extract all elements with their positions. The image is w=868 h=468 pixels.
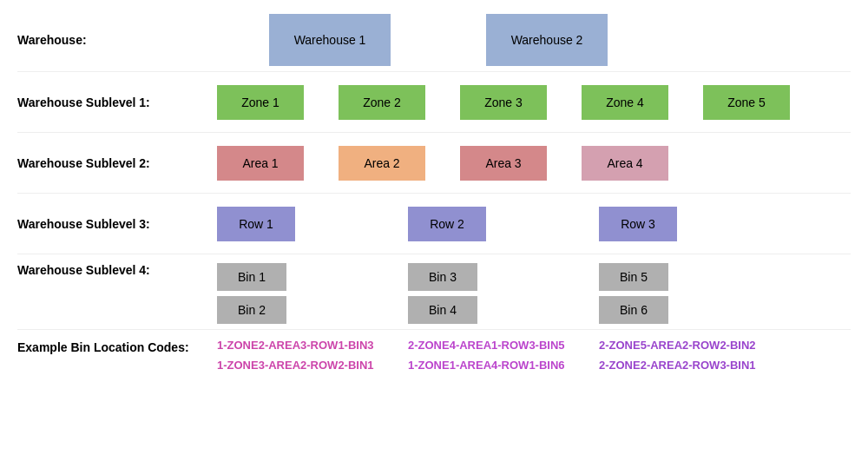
row-chip-2[interactable]: Row 2: [408, 207, 486, 241]
area-chip-4[interactable]: Area 4: [582, 146, 668, 181]
bin-chip-6[interactable]: Bin 6: [599, 296, 668, 324]
sublevel4-label: Warehouse Sublevel 4:: [17, 263, 191, 277]
sublevel2-content: Area 1 Area 2 Area 3 Area 4: [191, 146, 851, 181]
code-1-1: 1-ZONE2-AREA3-ROW1-BIN3: [217, 339, 408, 352]
bin-chip-3[interactable]: Bin 3: [408, 263, 477, 291]
sublevel3-label: Warehouse Sublevel 3:: [17, 217, 191, 231]
sublevel1-row: Warehouse Sublevel 1: Zone 1 Zone 2 Zone…: [17, 71, 851, 132]
bin-chip-4[interactable]: Bin 4: [408, 296, 477, 324]
sublevel3-row: Warehouse Sublevel 3: Row 1 Row 2 Row 3: [17, 193, 851, 254]
sublevel1-content: Zone 1 Zone 2 Zone 3 Zone 4 Zone 5: [191, 85, 851, 120]
zone-chip-2[interactable]: Zone 2: [339, 85, 425, 120]
code-1-2: 1-ZONE3-AREA2-ROW2-BIN1: [217, 359, 408, 372]
examples-content: 1-ZONE2-AREA3-ROW1-BIN3 1-ZONE3-AREA2-RO…: [191, 339, 851, 372]
code-column-1: 1-ZONE2-AREA3-ROW1-BIN3 1-ZONE3-AREA2-RO…: [217, 339, 408, 372]
area-chip-1[interactable]: Area 1: [217, 146, 304, 181]
sublevel4-content: Bin 1 Bin 2 Bin 3 Bin 4 Bin 5 Bin 6: [191, 263, 851, 324]
bin-chip-1[interactable]: Bin 1: [217, 263, 286, 291]
zone-chip-1[interactable]: Zone 1: [217, 85, 304, 120]
sublevel3-content: Row 1 Row 2 Row 3: [191, 207, 851, 241]
warehouse-row: Warehouse: Warehouse 1 Warehouse 2: [17, 9, 851, 71]
zone-chip-5[interactable]: Zone 5: [703, 85, 790, 120]
main-page: Warehouse: Warehouse 1 Warehouse 2 Wareh…: [0, 0, 868, 468]
sublevel4-row: Warehouse Sublevel 4: Bin 1 Bin 2 Bin 3 …: [17, 254, 851, 329]
row-chip-1[interactable]: Row 1: [217, 207, 295, 241]
area-chip-3[interactable]: Area 3: [460, 146, 547, 181]
warehouse-chip-1[interactable]: Warehouse 1: [269, 14, 391, 66]
code-2-2: 1-ZONE1-AREA4-ROW1-BIN6: [408, 359, 599, 372]
examples-label: Example Bin Location Codes:: [17, 339, 191, 354]
bin-chip-5[interactable]: Bin 5: [599, 263, 668, 291]
code-2-1: 2-ZONE4-AREA1-ROW3-BIN5: [408, 339, 599, 352]
bin-group-1: Bin 1 Bin 2: [217, 263, 286, 324]
sublevel2-row: Warehouse Sublevel 2: Area 1 Area 2 Area…: [17, 132, 851, 193]
area-chip-2[interactable]: Area 2: [339, 146, 425, 181]
code-column-2: 2-ZONE4-AREA1-ROW3-BIN5 1-ZONE1-AREA4-RO…: [408, 339, 599, 372]
zone-chip-4[interactable]: Zone 4: [582, 85, 668, 120]
code-3-2: 2-ZONE2-AREA2-ROW3-BIN1: [599, 359, 790, 372]
warehouse-content: Warehouse 1 Warehouse 2: [191, 14, 851, 66]
bin-group-2: Bin 3 Bin 4: [408, 263, 477, 324]
sublevel1-label: Warehouse Sublevel 1:: [17, 96, 191, 109]
warehouse-label: Warehouse:: [17, 33, 191, 47]
code-3-1: 2-ZONE5-AREA2-ROW2-BIN2: [599, 339, 790, 352]
sublevel2-label: Warehouse Sublevel 2:: [17, 156, 191, 170]
warehouse-chip-2[interactable]: Warehouse 2: [486, 14, 608, 66]
examples-row: Example Bin Location Codes: 1-ZONE2-AREA…: [17, 329, 851, 390]
bin-group-3: Bin 5 Bin 6: [599, 263, 668, 324]
code-column-3: 2-ZONE5-AREA2-ROW2-BIN2 2-ZONE2-AREA2-RO…: [599, 339, 790, 372]
zone-chip-3[interactable]: Zone 3: [460, 85, 547, 120]
bin-chip-2[interactable]: Bin 2: [217, 296, 286, 324]
row-chip-3[interactable]: Row 3: [599, 207, 677, 241]
